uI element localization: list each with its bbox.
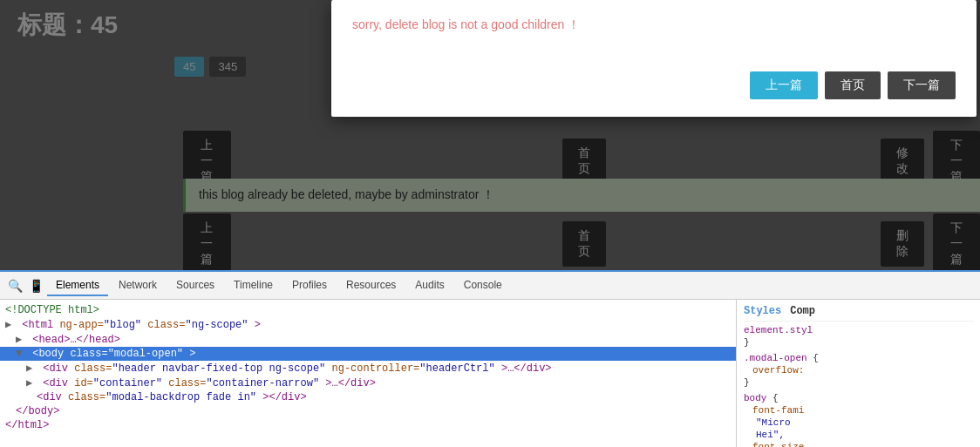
modal-dialog: sorry, delete blog is not a good childre… [331, 0, 977, 117]
styles-tab-styles[interactable]: Styles [744, 305, 781, 317]
html-line-body[interactable]: ▼ <body class="modal-open" > [0, 347, 736, 361]
devtools-panel: 🔍 📱 Elements Network Sources Timeline Pr… [0, 270, 980, 447]
styles-tab-comp[interactable]: Comp [790, 305, 815, 317]
html-line-head[interactable]: ▶ <head>…</head> [0, 332, 736, 347]
html-line-html[interactable]: ▶ <html ng-app="blog" class="ng-scope" > [0, 317, 736, 332]
html-line-header-div[interactable]: ▶ <div class="header navbar-fixed-top ng… [0, 361, 736, 376]
search-icon[interactable]: 🔍 [5, 276, 24, 295]
tab-elements[interactable]: Elements [47, 275, 108, 296]
tab-console[interactable]: Console [455, 275, 511, 296]
elements-panel: <!DOCTYPE html> ▶ <html ng-app="blog" cl… [0, 300, 736, 447]
modal-home-btn[interactable]: 首页 [825, 71, 881, 99]
page-area: 标题：45 45 345 3 人 上一篇 首页 修改 下一篇 this blog… [0, 0, 980, 270]
tab-profiles[interactable]: Profiles [283, 275, 336, 296]
modal-content: sorry, delete blog is not a good childre… [331, 0, 977, 117]
devtools-toolbar: 🔍 📱 Elements Network Sources Timeline Pr… [0, 272, 980, 300]
tab-timeline[interactable]: Timeline [225, 275, 282, 296]
device-icon[interactable]: 📱 [26, 276, 45, 295]
tab-resources[interactable]: Resources [337, 275, 405, 296]
modal-prev-btn[interactable]: 上一篇 [750, 71, 818, 99]
tab-audits[interactable]: Audits [406, 275, 453, 296]
tab-network[interactable]: Network [110, 275, 166, 296]
modal-error-text: sorry, delete blog is not a good childre… [352, 17, 956, 42]
html-line-body-close[interactable]: </body> [0, 404, 736, 418]
html-line-doctype[interactable]: <!DOCTYPE html> [0, 303, 736, 317]
tab-sources[interactable]: Sources [167, 275, 223, 296]
styles-header: Styles Comp [744, 303, 973, 322]
modal-footer: 上一篇 首页 下一篇 [352, 63, 956, 99]
devtools-content: <!DOCTYPE html> ▶ <html ng-app="blog" cl… [0, 300, 980, 447]
style-rule-element: element.styl [744, 325, 973, 335]
styles-panel: Styles Comp element.styl } .modal-open {… [736, 300, 980, 447]
html-line-html-close[interactable]: </html> [0, 418, 736, 432]
modal-next-btn[interactable]: 下一篇 [888, 71, 956, 99]
style-rule-body: body { [744, 393, 973, 403]
html-line-modal-backdrop-div[interactable]: <div class="modal-backdrop fade in" ></d… [0, 390, 736, 404]
style-rule-modal-open: .modal-open { [744, 353, 973, 363]
html-line-container-div[interactable]: ▶ <div id="container" class="container-n… [0, 376, 736, 390]
